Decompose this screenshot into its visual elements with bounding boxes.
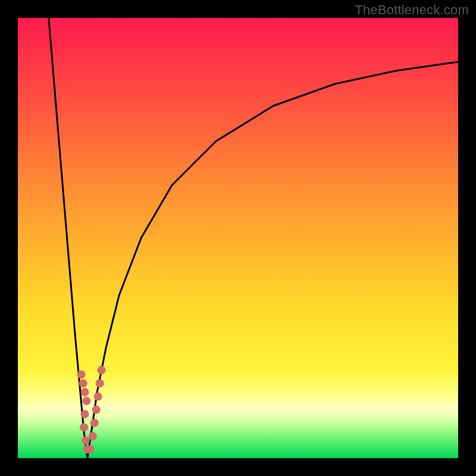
right-branch-curve <box>87 62 458 458</box>
svg-point-1 <box>77 370 86 378</box>
svg-point-2 <box>79 379 87 387</box>
svg-point-5 <box>80 410 89 418</box>
svg-point-13 <box>94 392 102 400</box>
svg-point-4 <box>82 397 90 405</box>
svg-point-7 <box>82 436 90 444</box>
watermark-text: TheBottleneck.com <box>355 2 469 18</box>
svg-point-15 <box>98 366 106 374</box>
svg-point-10 <box>89 432 97 440</box>
svg-point-11 <box>90 419 99 427</box>
plot-area <box>18 18 458 458</box>
svg-point-12 <box>92 406 101 414</box>
svg-point-3 <box>80 388 89 396</box>
svg-point-14 <box>96 379 104 387</box>
curve-layer <box>18 18 458 458</box>
svg-point-9 <box>86 445 94 453</box>
svg-point-6 <box>80 423 88 431</box>
chart-frame: TheBottleneck.com <box>0 0 476 476</box>
